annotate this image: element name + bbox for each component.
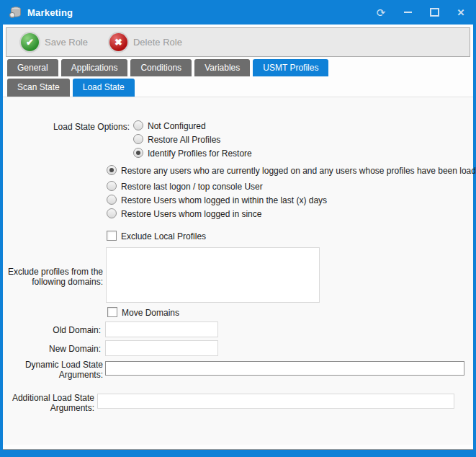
radio-restore-last-x-days[interactable]: Restore Users whom logged in within the … — [107, 195, 470, 208]
radio-restore-all-profiles[interactable]: Restore All Profiles — [133, 134, 252, 148]
load-state-options-group: Not Configured Restore All Profiles Iden… — [133, 120, 252, 161]
load-state-options-label: Load State Options: — [14, 122, 130, 132]
new-domain-input[interactable] — [105, 340, 218, 356]
radio-icon — [107, 181, 117, 191]
toolbar: ✔ Save Role ✖ Delete Role — [6, 27, 470, 57]
marketing-window: Marketing ⟳ ✕ ✔ Save Role ✖ Delete Role … — [0, 0, 476, 457]
new-domain-label: New Domain: — [14, 344, 101, 354]
save-check-icon: ✔ — [21, 33, 39, 51]
additional-load-state-args-input[interactable] — [97, 394, 454, 409]
radio-icon — [133, 120, 143, 130]
dynamic-load-state-args-input[interactable] — [105, 361, 464, 376]
exclude-domains-label: Exclude profiles from the following doma… — [2, 267, 103, 287]
exclude-local-profiles-checkbox[interactable]: Exclude Local Profiles — [107, 231, 206, 241]
delete-role-label: Delete Role — [133, 37, 182, 48]
radio-icon — [107, 195, 117, 205]
dynamic-load-state-args-label: Dynamic Load State Arguments: — [9, 360, 103, 380]
tab-scan-state[interactable]: Scan State — [7, 79, 70, 97]
tab-applications[interactable]: Applications — [61, 59, 128, 76]
delete-x-icon: ✖ — [109, 33, 127, 51]
delete-role-button[interactable]: ✖ Delete Role — [105, 32, 187, 53]
exclude-domains-textarea[interactable] — [106, 247, 320, 303]
old-domain-input[interactable] — [105, 321, 218, 337]
sub-tabs: Scan State Load State — [7, 79, 135, 97]
checkbox-icon — [107, 231, 117, 241]
radio-selected-icon — [133, 148, 143, 158]
radio-not-configured[interactable]: Not Configured — [133, 120, 252, 134]
tab-variables[interactable]: Variables — [194, 59, 250, 76]
radio-icon — [133, 134, 143, 144]
tab-general[interactable]: General — [7, 59, 58, 76]
radio-restore-since[interactable]: Restore Users whom logged in since — [107, 208, 470, 222]
restore-options-group: Restore any users who are currently logg… — [107, 165, 470, 222]
additional-load-state-args-label: Additional Load State Arguments: — [4, 393, 94, 413]
old-domain-label: Old Domain: — [14, 325, 101, 335]
radio-restore-last-logon[interactable]: Restore last logon / top console User — [107, 181, 470, 195]
save-role-label: Save Role — [45, 37, 88, 48]
save-role-button[interactable]: ✔ Save Role — [17, 32, 92, 53]
radio-restore-logged-on-users[interactable]: Restore any users who are currently logg… — [107, 165, 470, 179]
tab-usmt-profiles[interactable]: USMT Profiles — [253, 59, 328, 76]
tab-conditions[interactable]: Conditions — [130, 59, 192, 76]
radio-selected-icon — [107, 165, 117, 175]
move-domains-checkbox[interactable]: Move Domains — [107, 307, 179, 318]
tab-load-state[interactable]: Load State — [73, 79, 135, 97]
radio-identify-profiles[interactable]: Identify Profiles for Restore — [133, 148, 252, 161]
checkbox-icon — [107, 307, 117, 317]
main-tabs: General Applications Conditions Variable… — [7, 59, 328, 76]
radio-icon — [107, 208, 117, 218]
